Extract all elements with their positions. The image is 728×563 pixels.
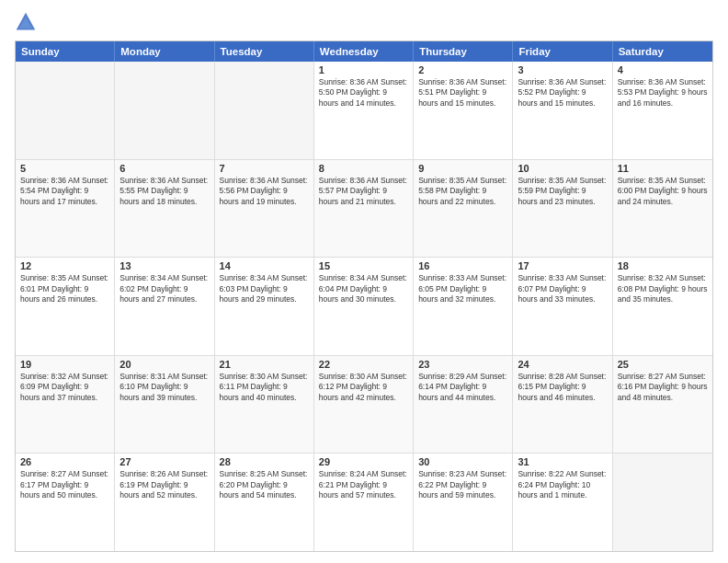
- calendar: SundayMondayTuesdayWednesdayThursdayFrid…: [15, 40, 713, 552]
- calendar-cell: 19Sunrise: 8:32 AM Sunset: 6:09 PM Dayli…: [16, 356, 115, 454]
- day-number: 13: [119, 260, 209, 271]
- calendar-cell: [215, 62, 314, 159]
- cell-info: Sunrise: 8:30 AM Sunset: 6:11 PM Dayligh…: [220, 372, 309, 403]
- calendar-cell: 21Sunrise: 8:30 AM Sunset: 6:11 PM Dayli…: [215, 356, 314, 454]
- cell-info: Sunrise: 8:34 AM Sunset: 6:03 PM Dayligh…: [220, 273, 309, 304]
- calendar-cell: [115, 62, 214, 159]
- calendar-cell: 20Sunrise: 8:31 AM Sunset: 6:10 PM Dayli…: [115, 356, 214, 454]
- calendar-cell: 16Sunrise: 8:33 AM Sunset: 6:05 PM Dayli…: [414, 258, 513, 355]
- calendar-cell: 1Sunrise: 8:36 AM Sunset: 5:50 PM Daylig…: [314, 62, 414, 159]
- cell-info: Sunrise: 8:34 AM Sunset: 6:04 PM Dayligh…: [319, 273, 408, 304]
- cell-info: Sunrise: 8:35 AM Sunset: 6:00 PM Dayligh…: [618, 176, 708, 207]
- calendar-cell: 25Sunrise: 8:27 AM Sunset: 6:16 PM Dayli…: [613, 356, 712, 454]
- cell-info: Sunrise: 8:32 AM Sunset: 6:08 PM Dayligh…: [618, 273, 708, 304]
- calendar-cell: 29Sunrise: 8:24 AM Sunset: 6:21 PM Dayli…: [314, 454, 414, 551]
- day-number: 31: [518, 456, 607, 467]
- calendar-cell: 5Sunrise: 8:36 AM Sunset: 5:54 PM Daylig…: [16, 160, 115, 258]
- day-number: 26: [20, 456, 109, 467]
- day-number: 24: [518, 359, 607, 370]
- calendar-header-cell: Friday: [513, 41, 612, 62]
- cell-info: Sunrise: 8:36 AM Sunset: 5:51 PM Dayligh…: [418, 77, 507, 109]
- calendar-cell: [613, 454, 712, 551]
- day-number: 14: [220, 260, 309, 271]
- calendar-cell: 8Sunrise: 8:36 AM Sunset: 5:57 PM Daylig…: [314, 160, 414, 258]
- calendar-cell: 14Sunrise: 8:34 AM Sunset: 6:03 PM Dayli…: [215, 258, 314, 355]
- day-number: 16: [418, 260, 507, 271]
- calendar-cell: 12Sunrise: 8:35 AM Sunset: 6:01 PM Dayli…: [16, 258, 115, 355]
- calendar-cell: 17Sunrise: 8:33 AM Sunset: 6:07 PM Dayli…: [513, 258, 612, 355]
- calendar-cell: 15Sunrise: 8:34 AM Sunset: 6:04 PM Dayli…: [314, 258, 414, 355]
- calendar-cell: 2Sunrise: 8:36 AM Sunset: 5:51 PM Daylig…: [414, 62, 513, 159]
- calendar-cell: 11Sunrise: 8:35 AM Sunset: 6:00 PM Dayli…: [613, 160, 712, 258]
- cell-info: Sunrise: 8:36 AM Sunset: 5:53 PM Dayligh…: [618, 77, 708, 109]
- day-number: 21: [220, 359, 309, 370]
- calendar-cell: 3Sunrise: 8:36 AM Sunset: 5:52 PM Daylig…: [513, 62, 612, 159]
- calendar-cell: 30Sunrise: 8:23 AM Sunset: 6:22 PM Dayli…: [414, 454, 513, 551]
- cell-info: Sunrise: 8:23 AM Sunset: 6:22 PM Dayligh…: [418, 469, 507, 500]
- calendar-cell: 27Sunrise: 8:26 AM Sunset: 6:19 PM Dayli…: [115, 454, 214, 551]
- day-number: 17: [518, 260, 607, 271]
- cell-info: Sunrise: 8:29 AM Sunset: 6:14 PM Dayligh…: [418, 372, 507, 403]
- calendar-week-row: 1Sunrise: 8:36 AM Sunset: 5:50 PM Daylig…: [16, 62, 712, 160]
- day-number: 29: [319, 456, 408, 467]
- calendar-header-row: SundayMondayTuesdayWednesdayThursdayFrid…: [16, 41, 712, 62]
- cell-info: Sunrise: 8:36 AM Sunset: 5:55 PM Dayligh…: [119, 176, 209, 207]
- day-number: 15: [319, 260, 408, 271]
- day-number: 30: [418, 456, 507, 467]
- calendar-cell: 6Sunrise: 8:36 AM Sunset: 5:55 PM Daylig…: [115, 160, 214, 258]
- day-number: 18: [618, 260, 708, 271]
- day-number: 10: [518, 163, 607, 174]
- calendar-header-cell: Tuesday: [215, 41, 314, 62]
- day-number: 20: [119, 359, 209, 370]
- day-number: 7: [220, 163, 309, 174]
- calendar-cell: 9Sunrise: 8:35 AM Sunset: 5:58 PM Daylig…: [414, 160, 513, 258]
- cell-info: Sunrise: 8:26 AM Sunset: 6:19 PM Dayligh…: [119, 469, 209, 500]
- day-number: 22: [319, 359, 408, 370]
- cell-info: Sunrise: 8:24 AM Sunset: 6:21 PM Dayligh…: [319, 469, 408, 500]
- day-number: 11: [618, 163, 708, 174]
- day-number: 19: [20, 359, 109, 370]
- calendar-cell: 31Sunrise: 8:22 AM Sunset: 6:24 PM Dayli…: [513, 454, 612, 551]
- calendar-cell: 18Sunrise: 8:32 AM Sunset: 6:08 PM Dayli…: [613, 258, 712, 355]
- cell-info: Sunrise: 8:27 AM Sunset: 6:16 PM Dayligh…: [618, 372, 708, 403]
- day-number: 12: [20, 260, 109, 271]
- cell-info: Sunrise: 8:34 AM Sunset: 6:02 PM Dayligh…: [119, 273, 209, 304]
- day-number: 6: [119, 163, 209, 174]
- cell-info: Sunrise: 8:36 AM Sunset: 5:56 PM Dayligh…: [220, 176, 309, 207]
- day-number: 1: [319, 64, 408, 75]
- calendar-header-cell: Saturday: [613, 41, 712, 62]
- day-number: 4: [618, 64, 708, 75]
- calendar-cell: 13Sunrise: 8:34 AM Sunset: 6:02 PM Dayli…: [115, 258, 214, 355]
- calendar-cell: 7Sunrise: 8:36 AM Sunset: 5:56 PM Daylig…: [215, 160, 314, 258]
- calendar-header-cell: Sunday: [16, 41, 115, 62]
- calendar-cell: 23Sunrise: 8:29 AM Sunset: 6:14 PM Dayli…: [414, 356, 513, 454]
- calendar-header-cell: Thursday: [414, 41, 513, 62]
- day-number: 27: [119, 456, 209, 467]
- cell-info: Sunrise: 8:33 AM Sunset: 6:07 PM Dayligh…: [518, 273, 607, 304]
- cell-info: Sunrise: 8:35 AM Sunset: 5:59 PM Dayligh…: [518, 176, 607, 207]
- cell-info: Sunrise: 8:27 AM Sunset: 6:17 PM Dayligh…: [20, 469, 109, 500]
- cell-info: Sunrise: 8:28 AM Sunset: 6:15 PM Dayligh…: [518, 372, 607, 403]
- calendar-header-cell: Monday: [115, 41, 214, 62]
- cell-info: Sunrise: 8:36 AM Sunset: 5:52 PM Dayligh…: [518, 77, 607, 109]
- day-number: 3: [518, 64, 607, 75]
- cell-info: Sunrise: 8:36 AM Sunset: 5:50 PM Dayligh…: [319, 77, 408, 109]
- day-number: 28: [220, 456, 309, 467]
- day-number: 5: [20, 163, 109, 174]
- day-number: 2: [418, 64, 507, 75]
- calendar-cell: 4Sunrise: 8:36 AM Sunset: 5:53 PM Daylig…: [613, 62, 712, 159]
- logo-icon: [15, 11, 37, 33]
- cell-info: Sunrise: 8:22 AM Sunset: 6:24 PM Dayligh…: [518, 469, 607, 500]
- calendar-cell: 26Sunrise: 8:27 AM Sunset: 6:17 PM Dayli…: [16, 454, 115, 551]
- cell-info: Sunrise: 8:35 AM Sunset: 6:01 PM Dayligh…: [20, 273, 109, 304]
- cell-info: Sunrise: 8:35 AM Sunset: 5:58 PM Dayligh…: [418, 176, 507, 207]
- day-number: 25: [618, 359, 708, 370]
- day-number: 8: [319, 163, 408, 174]
- header: [15, 11, 713, 33]
- cell-info: Sunrise: 8:33 AM Sunset: 6:05 PM Dayligh…: [418, 273, 507, 304]
- cell-info: Sunrise: 8:36 AM Sunset: 5:54 PM Dayligh…: [20, 176, 109, 207]
- calendar-week-row: 19Sunrise: 8:32 AM Sunset: 6:09 PM Dayli…: [16, 356, 712, 454]
- calendar-week-row: 5Sunrise: 8:36 AM Sunset: 5:54 PM Daylig…: [16, 160, 712, 259]
- cell-info: Sunrise: 8:31 AM Sunset: 6:10 PM Dayligh…: [119, 372, 209, 403]
- calendar-cell: 22Sunrise: 8:30 AM Sunset: 6:12 PM Dayli…: [314, 356, 414, 454]
